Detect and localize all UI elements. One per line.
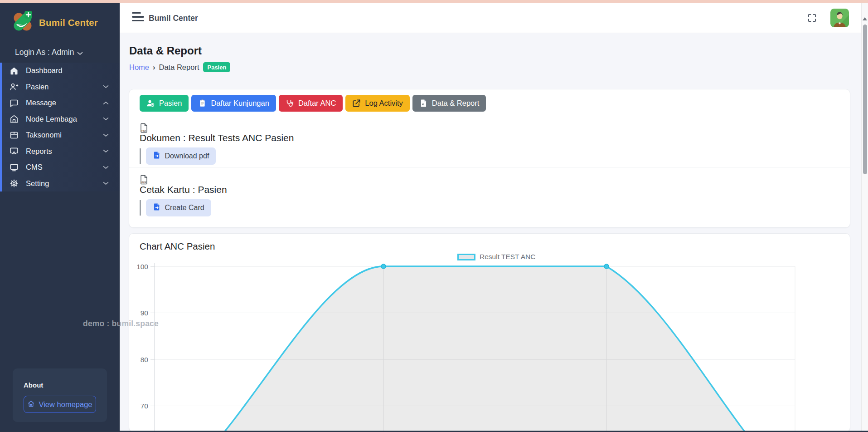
download-pdf-button[interactable]: Download pdf — [146, 147, 216, 165]
monitor-icon — [9, 162, 19, 172]
scroll-up-arrow-icon[interactable] — [863, 17, 867, 20]
sidebar-item-message[interactable]: Message — [2, 95, 120, 111]
toolbar-button-label: Daftar Kunjungan — [211, 99, 269, 108]
brand-logo-icon — [11, 10, 34, 35]
view-homepage-button[interactable]: View homepage — [24, 396, 96, 413]
anc-chart: 100908070 — [129, 234, 851, 432]
layout-icon — [9, 130, 19, 140]
top-accent-strip — [0, 0, 868, 3]
user-plus-icon — [9, 82, 19, 92]
chevron-down-icon — [103, 166, 109, 169]
about-box: About View homepage — [13, 368, 107, 422]
toolbar-button-pasien[interactable]: Pasien — [140, 95, 189, 112]
y-tick-label: 70 — [141, 402, 149, 410]
landmark-icon — [9, 114, 19, 124]
chevron-up-icon — [103, 101, 109, 105]
sidebar-item-cms[interactable]: CMS — [2, 159, 120, 176]
y-tick-label: 100 — [136, 263, 148, 270]
sidebar-item-node-lembaga[interactable]: Node Lembaga — [2, 111, 120, 128]
sidebar-item-taksonomi[interactable]: Taksonomi — [2, 127, 120, 143]
toolbar-button-daftar-anc[interactable]: Daftar ANC — [279, 95, 343, 112]
create-card-button[interactable]: Create Card — [146, 199, 211, 216]
chevron-down-icon — [77, 48, 83, 58]
data-point — [604, 264, 609, 269]
sidebar-item-label: Node Lembaga — [26, 115, 77, 123]
data-point — [381, 264, 386, 269]
svg-text:PDF: PDF — [141, 129, 147, 132]
message-icon — [9, 98, 19, 108]
brand-name: Bumil Center — [39, 17, 98, 28]
stethoscope-icon — [286, 99, 294, 108]
download-pdf-label: Download pdf — [165, 152, 209, 160]
y-tick-label: 80 — [141, 356, 149, 363]
chart-title: Chart ANC Pasien — [140, 241, 215, 252]
chevron-down-icon — [103, 182, 109, 185]
chevron-down-icon — [103, 149, 109, 153]
topbar-title: Bumil Center — [149, 14, 198, 23]
user-avatar[interactable] — [830, 9, 849, 27]
sidebar-item-label: Pasien — [26, 83, 48, 91]
screen-share-icon — [9, 146, 19, 156]
breadcrumb-home-link[interactable]: Home — [129, 63, 149, 72]
section-title-cetak-kartu: Cetak Kartu : Pasien — [140, 184, 227, 195]
scrollbar-thumb[interactable] — [863, 25, 867, 174]
fullscreen-icon[interactable] — [807, 13, 817, 25]
series-fill — [155, 266, 827, 432]
file-export-icon — [153, 203, 161, 213]
about-title: About — [24, 381, 43, 389]
gear-icon — [9, 178, 19, 188]
breadcrumb-separator: › — [153, 63, 155, 72]
sidebar-menu: DashboardPasienMessageNode LembagaTakson… — [0, 63, 120, 191]
chevron-down-icon — [103, 117, 109, 121]
chart-card: Chart ANC Pasien Result TEST ANC 1009080… — [129, 233, 850, 432]
file-chart-icon — [419, 99, 428, 108]
section-title-dokumen: Dokumen : Result Tests ANC Pasien — [140, 133, 294, 143]
legend-swatch — [457, 254, 475, 260]
menu-toggle-icon[interactable] — [132, 12, 145, 23]
sidebar-item-label: CMS — [26, 163, 43, 172]
vertical-scrollbar — [861, 3, 868, 432]
status-badge: Pasien — [203, 62, 230, 72]
main-content: Data & Report Home › Data Report Pasien … — [120, 33, 861, 432]
sidebar-item-dashboard[interactable]: Dashboard — [2, 63, 120, 79]
y-tick-label: 90 — [141, 309, 149, 317]
sidebar-item-label: Setting — [26, 179, 49, 188]
documents-card: PasienDaftar KunjunganDaftar ANCLog Acti… — [129, 89, 850, 228]
button-group-separator — [140, 200, 141, 216]
toolbar-button-label: Log Activity — [365, 99, 402, 108]
toolbar-button-data-report[interactable]: Data & Report — [412, 95, 486, 112]
toolbar: PasienDaftar KunjunganDaftar ANCLog Acti… — [140, 95, 486, 112]
chevron-down-icon — [103, 85, 109, 88]
page-title: Data & Report — [129, 44, 202, 57]
toolbar-button-log-activity[interactable]: Log Activity — [345, 95, 409, 112]
breadcrumb: Home › Data Report Pasien — [129, 62, 230, 72]
clipboard-icon — [198, 99, 207, 108]
divider — [129, 167, 850, 167]
sidebar-item-label: Dashboard — [26, 66, 63, 75]
series-line — [155, 266, 827, 432]
sidebar-item-label: Reports — [26, 147, 52, 156]
app-root: Bumil Center Login As : Admin DashboardP… — [0, 0, 868, 432]
topbar: Bumil Center — [120, 3, 861, 33]
share-icon — [352, 99, 361, 108]
view-homepage-label: View homepage — [39, 400, 92, 409]
breadcrumb-current: Data Report — [159, 63, 199, 72]
toolbar-button-label: Data & Report — [432, 99, 480, 108]
home-icon — [27, 400, 35, 409]
user-icon — [146, 99, 155, 108]
cetak-kartu-actions: Create Card — [140, 199, 211, 216]
home-icon — [9, 66, 19, 76]
login-as-dropdown[interactable]: Login As : Admin — [15, 47, 83, 58]
file-export-icon — [153, 151, 161, 161]
chart-legend[interactable]: Result TEST ANC — [457, 253, 535, 261]
toolbar-button-daftar-kunjungan[interactable]: Daftar Kunjungan — [191, 95, 276, 112]
sidebar-item-pasien[interactable]: Pasien — [2, 79, 120, 95]
svg-text:PDF: PDF — [141, 181, 147, 184]
brand[interactable]: Bumil Center — [11, 10, 98, 35]
dokumen-actions: Download pdf — [140, 147, 216, 165]
sidebar-item-label: Message — [26, 98, 56, 107]
chevron-down-icon — [103, 133, 109, 137]
button-group-separator — [140, 148, 141, 164]
sidebar-item-reports[interactable]: Reports — [2, 143, 120, 160]
sidebar-item-setting[interactable]: Setting — [2, 176, 120, 192]
